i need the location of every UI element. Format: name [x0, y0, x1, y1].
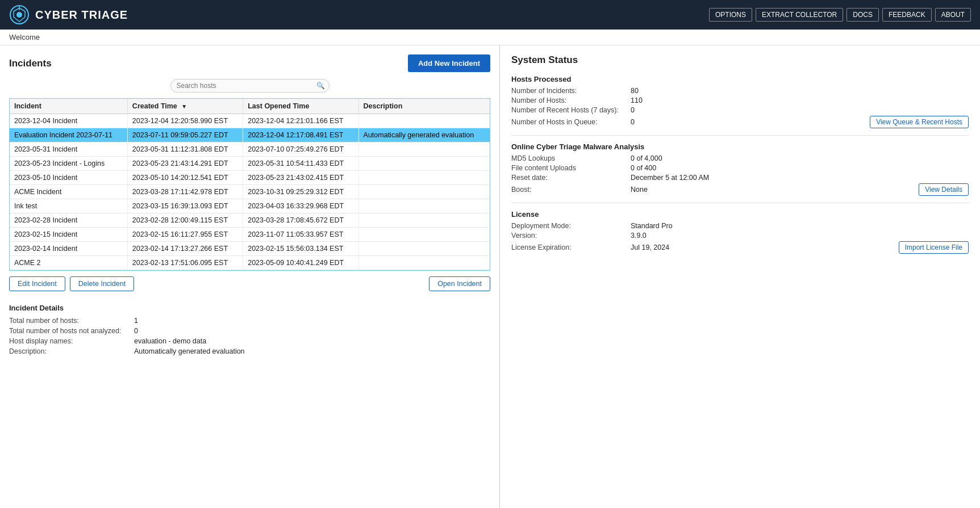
system-status-title: System Status: [511, 54, 969, 66]
cell-last_opened: 2023-10-31 09:25:29.312 EDT: [243, 185, 358, 199]
cell-last_opened: 2023-07-10 07:25:49.276 EDT: [243, 142, 358, 157]
cell-last_opened: 2023-05-09 10:40:41.249 EDT: [243, 256, 358, 270]
license-title: License: [511, 210, 969, 219]
col-last-opened[interactable]: Last Opened Time: [243, 99, 358, 114]
stat-value: 0: [631, 106, 969, 114]
cell-description: [358, 185, 490, 199]
about-button[interactable]: ABOUT: [935, 8, 971, 22]
stat-action-button[interactable]: View Queue & Recent Hosts: [870, 116, 969, 128]
cell-description: [358, 157, 490, 171]
stat-value: 0: [631, 118, 870, 126]
cell-incident: 2023-02-15 Incident: [10, 228, 127, 242]
table-row[interactable]: 2023-02-15 Incident2023-02-15 16:11:27.9…: [10, 228, 490, 242]
search-input[interactable]: [170, 79, 330, 93]
stat-row: File content Uploads0 of 400: [511, 164, 969, 172]
stat-row: Number of Incidents:80: [511, 87, 969, 95]
stat-label: Number of Hosts:: [511, 96, 631, 104]
stat-value: 80: [631, 87, 969, 95]
license-rows: Deployment Mode:Standard ProVersion:3.9.…: [511, 222, 969, 254]
cell-created_time: 2023-02-15 16:11:27.955 EST: [127, 228, 243, 242]
stat-row: Number of Hosts:110: [511, 96, 969, 104]
cell-incident: 2023-02-14 Incident: [10, 242, 127, 256]
detail-label: Total number of hosts:: [9, 317, 134, 325]
search-wrapper: 🔍: [170, 79, 330, 93]
left-panel: Incidents Add New Incident 🔍 Incident Cr…: [0, 45, 500, 508]
cell-created_time: 2023-02-28 12:00:49.115 EST: [127, 213, 243, 228]
detail-value: evaluation - demo data: [134, 337, 206, 345]
table-row[interactable]: 2023-02-14 Incident2023-02-14 17:13:27.2…: [10, 242, 490, 256]
cell-last_opened: 2023-05-23 21:43:02.415 EDT: [243, 171, 358, 185]
cell-last_opened: 2023-05-31 10:54:11.433 EDT: [243, 157, 358, 171]
cell-incident: 2023-05-10 Incident: [10, 171, 127, 185]
stat-label: Number of Incidents:: [511, 87, 631, 95]
malware-analysis-rows: MD5 Lookups0 of 4,000File content Upload…: [511, 154, 969, 196]
table-row[interactable]: Evaluation Incident 2023-07-112023-07-11…: [10, 128, 490, 142]
incident-details: Incident Details Total number of hosts:1…: [9, 299, 490, 358]
stat-action-button[interactable]: View Details: [919, 183, 969, 196]
main-layout: Incidents Add New Incident 🔍 Incident Cr…: [0, 45, 980, 508]
detail-row: Total number of hosts not analyzed:0: [9, 327, 490, 335]
options-button[interactable]: OPTIONS: [709, 8, 752, 22]
table-row[interactable]: Ink test2023-03-15 16:39:13.093 EDT2023-…: [10, 199, 490, 213]
stat-value: 110: [631, 96, 969, 104]
cell-created_time: 2023-03-15 16:39:13.093 EDT: [127, 199, 243, 213]
table-row[interactable]: 2023-05-23 Incident - Logins2023-05-23 2…: [10, 157, 490, 171]
cell-description: [358, 228, 490, 242]
cell-created_time: 2023-05-23 21:43:14.291 EDT: [127, 157, 243, 171]
feedback-button[interactable]: FEEDBACK: [882, 8, 932, 22]
table-row[interactable]: 2023-02-28 Incident2023-02-28 12:00:49.1…: [10, 213, 490, 228]
col-incident[interactable]: Incident: [10, 99, 127, 114]
incident-detail-rows: Total number of hosts:1Total number of h…: [9, 317, 490, 355]
open-incident-button[interactable]: Open Incident: [429, 276, 490, 291]
right-panel: System Status Hosts Processed Number of …: [500, 45, 980, 508]
extract-collector-button[interactable]: EXTRACT COLLECTOR: [756, 8, 843, 22]
hosts-processed-title: Hosts Processed: [511, 75, 969, 83]
incidents-table[interactable]: Incident Created Time ▼ Last Opened Time…: [9, 98, 490, 271]
stat-row: Version:3.9.0: [511, 232, 969, 240]
cell-incident: Ink test: [10, 199, 127, 213]
col-created-time[interactable]: Created Time ▼: [127, 99, 243, 114]
detail-row: Description:Automatically generated eval…: [9, 347, 490, 355]
cell-created_time: 2023-07-11 09:59:05.227 EDT: [127, 128, 243, 142]
col-description[interactable]: Description: [358, 99, 490, 114]
cell-created_time: 2023-03-28 17:11:42.978 EDT: [127, 185, 243, 199]
table-row[interactable]: ACME 22023-02-13 17:51:06.095 EST2023-05…: [10, 256, 490, 270]
cell-created_time: 2023-02-14 17:13:27.266 EST: [127, 242, 243, 256]
stat-value: 0 of 4,000: [631, 154, 969, 162]
cell-description: [358, 114, 490, 128]
stat-action-button[interactable]: Import License File: [899, 241, 969, 254]
cell-created_time: 2023-02-13 17:51:06.095 EST: [127, 256, 243, 270]
stat-value: None: [631, 186, 919, 194]
bottom-buttons: Edit Incident Delete Incident Open Incid…: [9, 276, 490, 291]
header-left: CYBER TRIAGE: [9, 5, 128, 25]
bottom-buttons-left: Edit Incident Delete Incident: [9, 276, 134, 291]
stat-label: Boost:: [511, 186, 631, 194]
divider-2: [511, 203, 969, 203]
stat-row: License Expiration:Jul 19, 2024Import Li…: [511, 241, 969, 254]
cell-incident: 2023-05-31 Incident: [10, 142, 127, 157]
table-row[interactable]: 2023-12-04 Incident2023-12-04 12:20:58.9…: [10, 114, 490, 128]
cell-description: [358, 256, 490, 270]
table-row[interactable]: ACME Incident2023-03-28 17:11:42.978 EDT…: [10, 185, 490, 199]
edit-incident-button[interactable]: Edit Incident: [9, 276, 65, 291]
table-row[interactable]: 2023-05-31 Incident2023-05-31 11:12:31.8…: [10, 142, 490, 157]
header: CYBER TRIAGE OPTIONS EXTRACT COLLECTOR D…: [0, 0, 980, 30]
docs-button[interactable]: DOCS: [846, 8, 879, 22]
add-new-incident-button[interactable]: Add New Incident: [408, 54, 490, 72]
detail-value: 0: [134, 327, 138, 335]
cell-incident: 2023-05-23 Incident - Logins: [10, 157, 127, 171]
cell-description: [358, 171, 490, 185]
cell-incident: ACME 2: [10, 256, 127, 270]
incidents-header: Incidents Add New Incident: [9, 54, 490, 72]
delete-incident-button[interactable]: Delete Incident: [70, 276, 134, 291]
cell-last_opened: 2023-11-07 11:05:33.957 EST: [243, 228, 358, 242]
table-header-row: Incident Created Time ▼ Last Opened Time…: [10, 99, 490, 114]
welcome-text: Welcome: [9, 33, 40, 41]
cell-description: [358, 199, 490, 213]
divider-1: [511, 135, 969, 136]
svg-point-1: [16, 12, 22, 18]
cell-created_time: 2023-05-10 14:20:12.541 EDT: [127, 171, 243, 185]
welcome-bar: Welcome: [0, 30, 980, 45]
table-row[interactable]: 2023-05-10 Incident2023-05-10 14:20:12.5…: [10, 171, 490, 185]
app-title: CYBER TRIAGE: [35, 9, 128, 22]
